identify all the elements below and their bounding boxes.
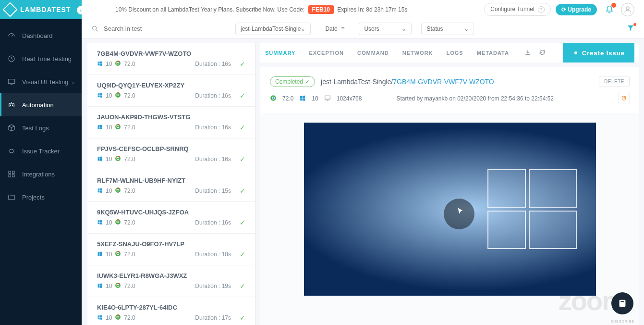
search-input[interactable] bbox=[102, 22, 226, 35]
robot-icon bbox=[7, 100, 16, 110]
test-meta: 1072.0Duration : 19s bbox=[97, 282, 245, 290]
pass-check-icon: ✓ bbox=[240, 124, 245, 131]
chrome-icon bbox=[115, 92, 121, 100]
chrome-icon bbox=[115, 60, 121, 68]
nav-testlogs[interactable]: Test Logs bbox=[0, 116, 82, 139]
tab-summary[interactable]: SUMMARY bbox=[265, 50, 295, 56]
logo-row: LAMBDATEST ‹ bbox=[0, 0, 82, 19]
refresh-icon[interactable] bbox=[539, 49, 546, 57]
pass-check-icon: ✓ bbox=[240, 250, 245, 258]
chat-icon bbox=[617, 298, 628, 309]
svg-point-39 bbox=[574, 51, 577, 54]
svg-rect-7 bbox=[12, 171, 15, 174]
nav-realtime[interactable]: Real Time Testing bbox=[0, 47, 82, 70]
duration: Duration : 19s bbox=[195, 283, 231, 289]
windows-icon bbox=[97, 219, 103, 226]
create-issue-button[interactable]: Create Issue bbox=[563, 43, 634, 62]
magnet-icon[interactable] bbox=[618, 93, 630, 104]
chevron-down-icon: ⌄ bbox=[301, 25, 305, 32]
promo-text: 10% Discount on all LambdaTest Yearly Pl… bbox=[115, 6, 304, 13]
date-label: Date bbox=[325, 25, 337, 32]
main: 7GB4M-GVDVR-VWF7V-WZOTO1072.0Duration : … bbox=[82, 38, 644, 325]
os-version: 10 bbox=[106, 251, 112, 258]
filter-icon[interactable] bbox=[627, 24, 634, 33]
toolbar-icons bbox=[524, 49, 546, 57]
browser-version: 72.0 bbox=[124, 251, 135, 258]
test-meta: 1072.0Duration : 18s bbox=[97, 250, 245, 258]
duration: Duration : 15s bbox=[195, 188, 231, 194]
os-version: 10 bbox=[106, 156, 112, 162]
test-id: RLF7M-WLNHL-UB9HF-NYIZT bbox=[97, 177, 245, 184]
browser-version: 72.0 bbox=[124, 61, 135, 67]
test-meta: 1072.0Duration : 16s bbox=[97, 60, 245, 68]
tab-command[interactable]: COMMAND bbox=[357, 50, 389, 56]
svg-rect-45 bbox=[620, 301, 624, 302]
intercom-button[interactable] bbox=[611, 292, 633, 314]
nav-integrations[interactable]: Integrations bbox=[0, 162, 82, 186]
build-link[interactable]: 7GB4M-GVDVR-VWF7V-WZOTO bbox=[393, 78, 494, 86]
nav-projects[interactable]: Projects bbox=[0, 186, 82, 209]
test-item[interactable]: FPJVS-CEFSC-OCLBP-SRNRQ1072.0Duration : … bbox=[87, 138, 255, 170]
nav-issuetracker[interactable]: Issue Tracker bbox=[0, 139, 82, 162]
detail-pane: SUMMARY EXCEPTION COMMAND NETWORK LOGS M… bbox=[260, 43, 639, 325]
build-select[interactable]: jest-LambdaTest-Single ⌄ bbox=[235, 23, 311, 35]
tab-metadata[interactable]: METADATA bbox=[477, 50, 509, 56]
test-item[interactable]: JAUON-AKP9D-THGWS-VTSTG1072.0Duration : … bbox=[87, 107, 255, 138]
nav-label: Projects bbox=[22, 194, 45, 201]
svg-point-42 bbox=[272, 97, 274, 99]
nav-visualui[interactable]: Visual UI Testing ⌄ bbox=[0, 70, 82, 93]
test-item[interactable]: 9KQ5W-HTUVC-UHJQS-JZFOA1072.0Duration : … bbox=[87, 202, 255, 234]
windows-icon bbox=[97, 188, 103, 195]
delete-button[interactable]: DELETE bbox=[599, 76, 630, 87]
test-item[interactable]: RLF7M-WLNHL-UB9HF-NYIZT1072.0Duration : … bbox=[87, 170, 255, 202]
svg-rect-2 bbox=[9, 103, 14, 107]
svg-point-4 bbox=[12, 105, 13, 106]
test-id: JAUON-AKP9D-THGWS-VTSTG bbox=[97, 113, 245, 121]
pass-check-icon: ✓ bbox=[240, 187, 245, 195]
svg-point-11 bbox=[93, 26, 97, 30]
sidebar: LAMBDATEST ‹ Dashboard Real Time Testing… bbox=[0, 0, 82, 325]
tab-exception[interactable]: EXCEPTION bbox=[309, 50, 344, 56]
os-version: 10 bbox=[106, 124, 112, 131]
browser-version: 72.0 bbox=[124, 283, 135, 289]
windows-icon bbox=[97, 92, 103, 100]
test-item[interactable]: 7GB4M-GVDVR-VWF7V-WZOTO1072.0Duration : … bbox=[87, 43, 255, 75]
date-filter[interactable]: Date ≡ bbox=[320, 23, 349, 35]
user-avatar[interactable] bbox=[621, 3, 634, 16]
test-id: FPJVS-CEFSC-OCLBP-SRNRQ bbox=[97, 145, 245, 152]
status-select[interactable]: Status ⌄ bbox=[421, 23, 474, 35]
duration: Duration : 16s bbox=[195, 61, 231, 67]
test-list[interactable]: 7GB4M-GVDVR-VWF7V-WZOTO1072.0Duration : … bbox=[87, 43, 255, 325]
clock-icon bbox=[7, 54, 16, 63]
test-item[interactable]: IUWK3-ELYR1-R8WGA-J3WXZ1072.0Duration : … bbox=[87, 265, 255, 297]
status-text: Completed bbox=[275, 78, 303, 85]
notification-dot-icon bbox=[611, 3, 616, 8]
nav-automation[interactable]: Automation bbox=[0, 93, 82, 116]
configure-tunnel-label: Configure Tunnel bbox=[490, 6, 534, 12]
svg-rect-6 bbox=[9, 171, 11, 174]
browser-version: 72.0 bbox=[124, 124, 135, 131]
session-screenshot[interactable] bbox=[304, 123, 596, 296]
chrome-icon bbox=[115, 250, 121, 258]
test-item[interactable]: UQ9ID-QYQ1Y-EUYEX-XP2ZY1072.0Duration : … bbox=[87, 75, 255, 107]
monitor-icon bbox=[7, 77, 16, 87]
user-icon bbox=[623, 5, 632, 14]
test-item[interactable]: KIE4O-6LPTY-287YL-64IDC1072.0Duration : … bbox=[87, 297, 255, 325]
tab-network[interactable]: NETWORK bbox=[402, 50, 433, 56]
browser-version: 72.0 bbox=[124, 92, 135, 99]
pass-check-icon: ✓ bbox=[240, 282, 245, 290]
cube-icon bbox=[7, 123, 16, 133]
configure-tunnel-button[interactable]: Configure Tunnel ? bbox=[484, 3, 551, 16]
tab-bar: SUMMARY EXCEPTION COMMAND NETWORK LOGS M… bbox=[260, 43, 639, 62]
tab-logs[interactable]: LOGS bbox=[447, 50, 463, 56]
upgrade-button[interactable]: ⟳ Upgrade bbox=[556, 4, 597, 15]
download-icon[interactable] bbox=[524, 49, 531, 57]
users-select[interactable]: Users ⌄ bbox=[359, 23, 412, 35]
grid-icon bbox=[7, 169, 16, 179]
test-item[interactable]: 5XEFZ-SNAJU-O9FO7-HV7LP1072.0Duration : … bbox=[87, 234, 255, 265]
upgrade-label: Upgrade bbox=[568, 6, 591, 13]
notification-bell[interactable] bbox=[604, 4, 615, 15]
nav-dashboard[interactable]: Dashboard bbox=[0, 24, 82, 47]
help-icon[interactable]: ? bbox=[538, 6, 545, 13]
nav-label: Issue Tracker bbox=[22, 148, 60, 155]
